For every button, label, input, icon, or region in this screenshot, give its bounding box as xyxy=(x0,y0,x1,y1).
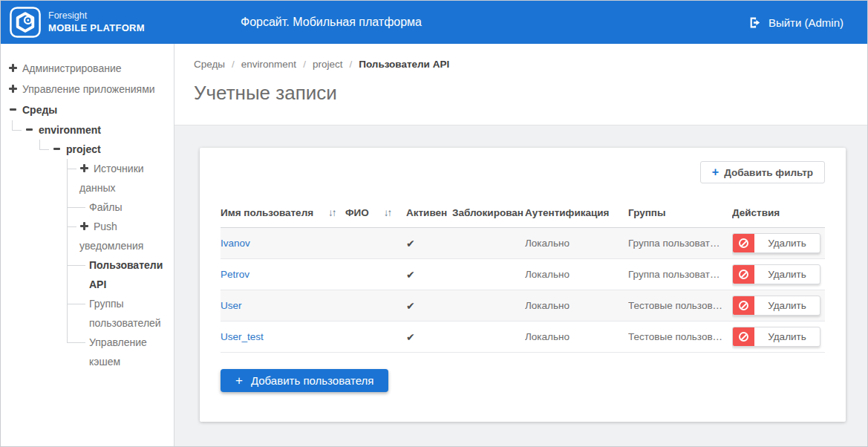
minus-icon[interactable] xyxy=(8,105,18,114)
column-header-label: Группы xyxy=(628,207,666,218)
users-table: Имя пользователя↓↑ФИО↓↑АктивенЗаблокиров… xyxy=(221,200,825,353)
sort-icon[interactable]: ↓↑ xyxy=(384,207,391,218)
column-header: ФИО↓↑ xyxy=(345,200,402,228)
sidebar-item-label: Среды xyxy=(22,104,57,116)
breadcrumb-separator: / xyxy=(303,59,306,70)
minus-icon[interactable] xyxy=(52,144,62,154)
plus-icon: + xyxy=(712,166,719,178)
main-area: Среды/environment/project/Пользователи A… xyxy=(174,44,867,446)
actions-cell: Удалить xyxy=(732,259,825,290)
sidebar-tree-item[interactable]: СредыenvironmentprojectИсточники данныхФ… xyxy=(8,99,174,371)
sidebar-item-label: Управление кэшем xyxy=(89,336,147,368)
table-row: User_test✔ЛокальноТестовые пользов…Удали… xyxy=(221,322,825,353)
username-link[interactable]: Petrov xyxy=(221,269,249,280)
plus-icon: + xyxy=(235,374,243,387)
plus-icon[interactable] xyxy=(8,63,18,73)
groups-cell: Группа пользоват… xyxy=(628,228,732,259)
brand-product: MOBILE PLATFORM xyxy=(48,22,145,34)
delete-button-label: Удалить xyxy=(754,265,820,284)
column-header-label: Заблокирован xyxy=(452,207,523,218)
sidebar-tree-item[interactable]: Администрирование xyxy=(8,58,174,79)
delete-user-button[interactable]: Удалить xyxy=(732,296,820,316)
add-user-button[interactable]: + Добавить пользователя xyxy=(221,369,388,392)
table-row: Petrov✔ЛокальноГруппа пользоват…Удалить xyxy=(221,259,825,290)
delete-user-button[interactable]: Удалить xyxy=(732,264,820,284)
active-cell: ✔ xyxy=(402,228,452,259)
breadcrumb: Среды/environment/project/Пользователи A… xyxy=(194,59,867,70)
actions-cell: Удалить xyxy=(732,322,825,353)
breadcrumb-item[interactable]: project xyxy=(313,59,343,70)
auth-cell: Локально xyxy=(525,228,628,259)
breadcrumb-item[interactable]: Среды xyxy=(194,59,225,70)
foresight-logo-icon xyxy=(10,7,41,38)
ban-icon xyxy=(739,270,748,279)
username-cell: Ivanov xyxy=(221,228,345,259)
column-header-label: ФИО xyxy=(345,207,369,218)
logout-label: Выйти (Admin) xyxy=(769,16,843,29)
sidebar-item-label: Пользователи API xyxy=(89,259,163,290)
username-cell: Petrov xyxy=(221,259,345,290)
fio-cell xyxy=(345,290,402,322)
sidebar-item-label: Администрирование xyxy=(22,62,122,74)
sidebar-item-label: Группы пользователей xyxy=(89,298,161,329)
minus-icon[interactable] xyxy=(25,125,34,134)
active-cell: ✔ xyxy=(402,259,452,290)
sidebar-tree-item[interactable]: Пользователи API xyxy=(67,255,174,294)
ban-icon xyxy=(739,301,748,310)
add-filter-button[interactable]: + Добавить фильтр xyxy=(700,161,825,183)
sidebar-tree-item[interactable]: Push уведомления xyxy=(67,217,174,255)
actions-cell: Удалить xyxy=(732,290,825,322)
sidebar: АдминистрированиеУправление приложениями… xyxy=(1,44,174,446)
blocked-cell xyxy=(452,322,525,353)
check-icon: ✔ xyxy=(406,331,415,343)
plus-icon[interactable] xyxy=(79,221,89,231)
sidebar-item-label: project xyxy=(66,143,101,155)
delete-user-button[interactable]: Удалить xyxy=(732,327,820,347)
column-header: Аутентификация xyxy=(525,200,628,228)
fio-cell xyxy=(345,259,402,290)
page-header: Среды/environment/project/Пользователи A… xyxy=(174,44,867,125)
column-header-label: Аутентификация xyxy=(525,207,609,218)
brand-name: Foresight xyxy=(48,10,145,22)
groups-cell: Тестовые пользов… xyxy=(628,290,732,322)
groups-cell: Тестовые пользов… xyxy=(628,322,732,353)
username-link[interactable]: User xyxy=(221,300,242,311)
fio-cell xyxy=(345,228,402,259)
delete-button-label: Удалить xyxy=(754,296,820,315)
delete-user-button[interactable]: Удалить xyxy=(732,233,820,253)
actions-cell: Удалить xyxy=(732,228,825,259)
sidebar-tree-item[interactable]: projectИсточники данныхФайлыPush уведомл… xyxy=(39,140,174,371)
groups-cell: Группа пользоват… xyxy=(628,259,732,290)
sidebar-tree-item[interactable]: environmentprojectИсточники данныхФайлыP… xyxy=(12,120,174,371)
sidebar-tree-item[interactable]: Управление кэшем xyxy=(67,333,174,371)
sign-out-icon xyxy=(748,16,761,29)
username-link[interactable]: User_test xyxy=(221,331,264,342)
sort-icon[interactable]: ↓↑ xyxy=(328,207,336,218)
plus-icon[interactable] xyxy=(8,84,18,94)
sidebar-tree-item[interactable]: Источники данных xyxy=(67,159,174,198)
username-cell: User xyxy=(221,290,345,322)
username-link[interactable]: Ivanov xyxy=(221,238,250,249)
fio-cell xyxy=(345,322,402,353)
delete-button-label: Удалить xyxy=(754,234,820,252)
blocked-cell xyxy=(452,259,525,290)
breadcrumb-item: Пользователи API xyxy=(359,59,449,70)
breadcrumb-separator: / xyxy=(349,59,352,70)
breadcrumb-item[interactable]: environment xyxy=(241,59,296,70)
sidebar-tree-item[interactable]: Группы пользователей xyxy=(67,294,174,333)
column-header: Действия xyxy=(732,200,825,228)
check-icon: ✔ xyxy=(406,238,415,249)
plus-icon[interactable] xyxy=(79,163,89,173)
delete-icon-badge xyxy=(733,327,754,346)
sidebar-item-label: environment xyxy=(39,124,101,136)
sidebar-item-label: Файлы xyxy=(89,201,122,213)
users-card: + Добавить фильтр Имя пользователя↓↑ФИО↓… xyxy=(200,148,846,422)
sidebar-tree-item[interactable]: Файлы xyxy=(67,198,174,217)
check-icon: ✔ xyxy=(406,269,415,281)
username-cell: User_test xyxy=(221,322,345,353)
sidebar-tree-item[interactable]: Управление приложениями xyxy=(8,79,174,99)
column-header: Заблокирован xyxy=(452,200,525,228)
logout-button[interactable]: Выйти (Admin) xyxy=(748,1,843,44)
table-row: Ivanov✔ЛокальноГруппа пользоват…Удалить xyxy=(221,228,825,259)
auth-cell: Локально xyxy=(525,322,628,353)
